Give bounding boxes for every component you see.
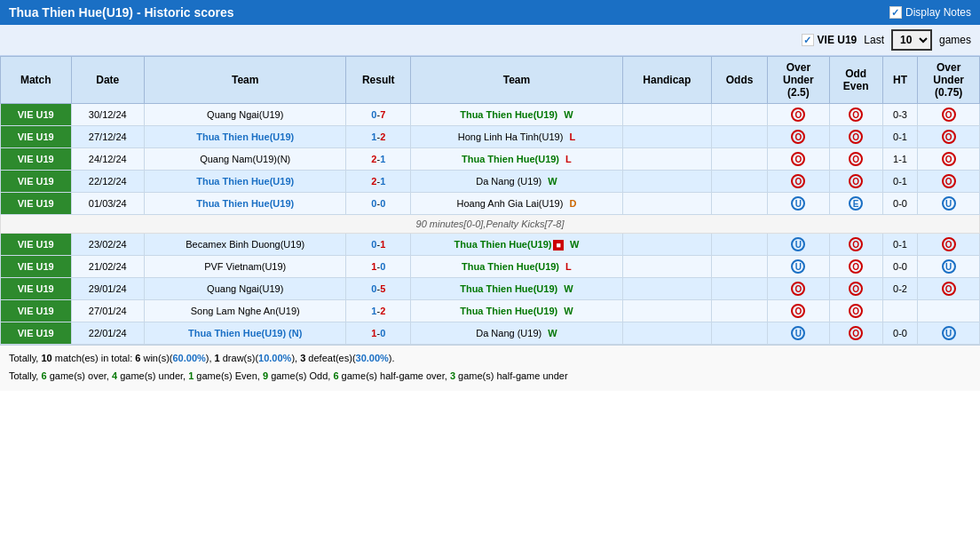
team2-cell: Thua Thien Hue(U19) W <box>411 104 623 126</box>
result-cell: 1-2 <box>346 126 411 148</box>
outcome-badge: W <box>545 328 557 338</box>
team1-cell: Song Lam Nghe An(U19) <box>145 300 346 322</box>
footer-defeat-close: ). <box>389 353 395 363</box>
handicap-cell <box>622 126 711 148</box>
handicap-cell <box>622 278 711 300</box>
table-row: VIE U1927/01/24Song Lam Nghe An(U19)1-2T… <box>1 300 980 322</box>
outcome-badge: L <box>563 261 572 272</box>
footer-wins-pct: 60.00% <box>172 353 205 363</box>
odd-even-cell: O <box>829 300 882 322</box>
odd-even-cell: O <box>829 148 882 171</box>
table-row: VIE U1930/12/24Quang Ngai(U19)0-7Thua Th… <box>1 104 980 126</box>
result-right: 0 <box>380 261 385 272</box>
ht-cell: 0-2 <box>882 278 918 300</box>
team1-cell: Thua Thien Hue(U19) <box>145 193 346 215</box>
team2-cell: Da Nang (U19) W <box>411 171 623 193</box>
team1-cell: Quang Ngai(U19) <box>145 278 346 300</box>
team2-cell: Da Nang (U19) W <box>411 322 623 345</box>
footer-defeat-label: defeat(es)( <box>305 353 355 363</box>
outcome-badge: L <box>566 131 575 142</box>
team2-cell: Hong Linh Ha Tinh(U19) L <box>411 126 623 148</box>
league-check-mark: ✓ <box>803 35 811 46</box>
match-cell: VIE U19 <box>1 278 72 300</box>
ou25-cell: U <box>768 322 830 345</box>
handicap-cell <box>622 322 711 345</box>
team2-cell: Thua Thien Hue(U19) L <box>411 148 623 171</box>
ou075-cell: U <box>918 256 980 278</box>
table-row: VIE U1921/02/24PVF Vietnam(U19)1-0Thua T… <box>1 256 980 278</box>
odd-even-cell: O <box>829 104 882 126</box>
ou25-indicator: U <box>791 326 805 340</box>
col-result: Result <box>346 57 411 104</box>
ou25-indicator: O <box>791 282 805 296</box>
footer-win-close: ), <box>206 353 215 363</box>
ou25-cell: U <box>768 234 830 256</box>
handicap-cell <box>622 300 711 322</box>
page-title: Thua Thien Hue(U19) - Historic scores <box>9 5 234 20</box>
league-filter-checkbox[interactable]: ✓ VIE U19 <box>802 34 858 46</box>
match-cell: VIE U19 <box>1 300 72 322</box>
team2-cell: Thua Thien Hue(U19) L <box>411 256 623 278</box>
games-select[interactable]: 10 5 15 20 <box>891 29 932 51</box>
footer-draw-close: ), <box>291 353 300 363</box>
league-label: VIE U19 <box>818 34 858 46</box>
oe-indicator: O <box>849 326 863 340</box>
result-cell: 0-0 <box>346 193 411 215</box>
team1-cell: Thua Thien Hue(U19) (N) <box>145 322 346 345</box>
odds-cell <box>712 322 768 345</box>
ou075-indicator: U <box>942 196 956 211</box>
team2-cell: Thua Thien Hue(U19) W <box>411 300 623 322</box>
result-right: 1 <box>380 239 385 250</box>
ou25-indicator: U <box>791 196 805 211</box>
col-match: Match <box>1 57 72 104</box>
app-container: Thua Thien Hue(U19) - Historic scores ✓ … <box>0 0 980 391</box>
match-cell: VIE U19 <box>1 104 72 126</box>
result-cell: 1-2 <box>346 300 411 322</box>
ht-cell: 0-0 <box>882 256 918 278</box>
ou075-cell: O <box>918 234 980 256</box>
table-row: VIE U1922/01/24Thua Thien Hue(U19) (N)1-… <box>1 322 980 345</box>
footer-draws-pct: 10.00% <box>258 353 291 363</box>
ht-cell: 1-1 <box>882 148 918 171</box>
col-odds: Odds <box>712 57 768 104</box>
oe-indicator: O <box>849 282 863 296</box>
ou25-cell: O <box>768 171 830 193</box>
summary-line1: Totally, 10 match(es) in total: 6 win(s)… <box>9 351 971 367</box>
ou075-indicator: O <box>942 152 956 166</box>
footer-over-label: game(s) over, <box>47 370 112 381</box>
result-right: 0 <box>380 328 385 338</box>
games-suffix: games <box>939 34 971 46</box>
header-controls: ✓ Display Notes <box>889 6 971 19</box>
ht-cell: 0-1 <box>882 126 918 148</box>
checkbox-box: ✓ <box>889 6 902 19</box>
display-notes-checkbox[interactable]: ✓ Display Notes <box>889 6 971 19</box>
team1-cell: Becamex Binh Duong(U19) <box>145 234 346 256</box>
col-date: Date <box>71 57 144 104</box>
footer-under-label: game(s) under, <box>117 370 188 381</box>
footer-odd-label: game(s) Odd, <box>268 370 333 381</box>
ou25-indicator: U <box>791 259 805 274</box>
footer-draw-label: draw(s)( <box>220 353 258 363</box>
result-cell: 0-1 <box>346 234 411 256</box>
result-right: 7 <box>380 109 385 120</box>
odd-even-cell: O <box>829 278 882 300</box>
team2-cell: Thua Thien Hue(U19) W <box>411 278 623 300</box>
table-row: VIE U1901/03/24Thua Thien Hue(U19)0-0Hoa… <box>1 193 980 215</box>
date-cell: 22/01/24 <box>71 322 144 345</box>
last-label: Last <box>864 34 884 46</box>
footer-total-matches: 10 <box>41 353 51 363</box>
footer-win-label: win(s)( <box>140 353 172 363</box>
penalty-note-cell: 90 minutes[0-0],Penalty Kicks[7-8] <box>1 215 980 234</box>
table-row: VIE U1927/12/24Thua Thien Hue(U19)1-2Hon… <box>1 126 980 148</box>
ou075-cell: O <box>918 171 980 193</box>
result-cell: 0-5 <box>346 278 411 300</box>
oe-indicator: O <box>849 152 863 166</box>
result-cell: 2-1 <box>346 171 411 193</box>
result-cell: 1-0 <box>346 256 411 278</box>
team1-cell: Thua Thien Hue(U19) <box>145 171 346 193</box>
oe-indicator: O <box>849 130 863 144</box>
ou075-indicator: O <box>942 282 956 296</box>
result-right: 2 <box>380 306 385 316</box>
date-cell: 22/12/24 <box>71 171 144 193</box>
table-row: VIE U1923/02/24Becamex Binh Duong(U19)0-… <box>1 234 980 256</box>
